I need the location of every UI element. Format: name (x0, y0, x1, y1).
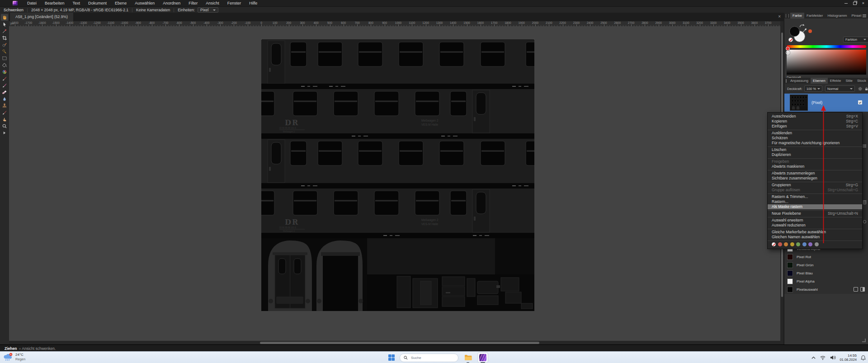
tool-button[interactable] (1, 123, 8, 129)
context-menu-item[interactable]: Einfügen Strg+V (768, 124, 862, 129)
menu-item[interactable]: Filter (184, 0, 202, 6)
panel-tab[interactable]: Pinsel (849, 13, 864, 19)
marker-color-swatch[interactable] (784, 242, 788, 246)
blend-mode-dropdown[interactable]: Normal (825, 85, 854, 92)
hue-slider[interactable] (787, 45, 866, 48)
context-menu-item[interactable]: Schützen (768, 136, 862, 141)
document-tab[interactable]: A58_1.png [Geändert] (52.9%) (10, 13, 73, 21)
menu-item[interactable]: Ebene (111, 0, 131, 6)
panel-tab[interactable]: Histogramm (825, 13, 849, 19)
panel-drag-handle[interactable] (786, 79, 787, 83)
hue-slider-marker[interactable] (786, 47, 790, 51)
search-input[interactable] (410, 355, 450, 360)
context-menu-item[interactable]: Kopieren Strg+C (768, 119, 862, 124)
tool-button[interactable] (1, 14, 8, 21)
menu-item[interactable]: Datei (23, 0, 41, 6)
tab-close-icon[interactable]: × (778, 14, 781, 19)
context-menu-item[interactable]: Gleichen Namen auswählen (768, 235, 862, 240)
foreground-color-swatch[interactable] (789, 26, 800, 37)
layer-row-selected[interactable]: (Pixel) (784, 94, 868, 112)
channel-edit-icon[interactable] (854, 287, 858, 292)
artboard-image[interactable]: DR 00 80 99-68 101-6 Meßwagen 2 Meßwagen… (261, 39, 534, 311)
saturation-marker[interactable] (786, 51, 790, 55)
tool-button[interactable] (1, 55, 8, 61)
marker-color-swatch[interactable] (808, 242, 812, 246)
context-menu-item[interactable]: Abwärts zusammenlegen (768, 170, 862, 176)
wifi-icon[interactable] (820, 355, 826, 360)
context-menu-item[interactable]: Löschen (768, 146, 862, 153)
context-menu-item[interactable]: Duplizieren (768, 152, 862, 157)
saturation-box[interactable] (787, 50, 866, 75)
panel-tab[interactable]: Ebenen (811, 78, 828, 84)
taskbar-clock[interactable]: 14:55 01.08.2024 (840, 354, 857, 362)
context-menu-item[interactable]: Sichtbare zusammenlegen (768, 176, 862, 181)
context-menu-item[interactable]: Gruppieren Strg+G (768, 182, 862, 188)
color-mode-dropdown[interactable]: Farbton (843, 37, 868, 42)
tool-button[interactable] (1, 95, 8, 102)
marker-color-swatch[interactable] (796, 242, 800, 246)
layers-opacity-dropdown[interactable]: 100 % (804, 85, 822, 92)
channel-row[interactable]: Pixel Blau (784, 269, 868, 277)
start-button-icon[interactable] (388, 354, 395, 361)
context-menu-item[interactable]: Rastern & Trimmen... (768, 193, 862, 200)
tool-button[interactable] (1, 28, 8, 34)
trash-icon[interactable] (863, 200, 867, 204)
marker-color-swatch[interactable] (772, 242, 776, 246)
panel-tab[interactable]: Effekte (828, 78, 844, 84)
menu-item[interactable]: Ansicht (202, 0, 223, 6)
context-menu-item[interactable]: Rastern... (768, 199, 862, 204)
menu-item[interactable]: Text (69, 0, 85, 6)
menu-item[interactable]: Hilfe (245, 0, 261, 6)
marker-color-swatch[interactable] (815, 242, 819, 246)
refresh-icon[interactable] (863, 220, 867, 224)
restore-icon[interactable] (853, 2, 857, 5)
menu-item[interactable]: Bearbeiten (41, 0, 69, 6)
channel-row[interactable]: Pixel Grün (784, 261, 868, 269)
units-dropdown[interactable]: Pixel (198, 7, 218, 13)
notification-bell-icon[interactable] (860, 355, 866, 361)
context-menu-item[interactable]: Neue Pixelebene Strg+Umschalt+N (768, 210, 862, 217)
tool-button[interactable] (1, 21, 8, 28)
tool-button[interactable] (1, 75, 8, 82)
context-menu-item[interactable]: Ausblenden (768, 130, 862, 136)
horizontal-scrollbar[interactable] (9, 341, 783, 344)
panel-tab[interactable]: Anpassung (788, 78, 811, 84)
eyedropper-icon[interactable] (802, 28, 807, 33)
tool-button[interactable] (1, 89, 8, 95)
recent-color-dot[interactable] (808, 29, 812, 33)
context-menu-item[interactable]: Abwärts maskieren (768, 164, 862, 169)
context-menu-item[interactable]: Auswahl erweitern (768, 217, 862, 223)
panel-tab[interactable]: Farbe (790, 13, 804, 19)
speaker-icon[interactable] (830, 355, 836, 360)
menu-item[interactable]: Anordnen (159, 0, 184, 6)
tool-button[interactable] (1, 41, 8, 48)
marker-color-swatch[interactable] (778, 242, 782, 246)
panel-tab[interactable]: Stile (843, 78, 855, 84)
tool-button[interactable] (1, 48, 8, 55)
channel-row-selection[interactable]: Pixelauswahl (784, 286, 868, 293)
taskbar-weather-widget[interactable]: 24°C Regen (3, 353, 25, 362)
marker-color-swatch[interactable] (802, 242, 807, 246)
minimize-icon[interactable] (844, 3, 848, 4)
menu-item[interactable]: Dokument (84, 0, 111, 6)
tool-button[interactable] (1, 82, 8, 89)
context-menu-item[interactable]: Ausschneiden Strg+X (768, 114, 862, 119)
gear-icon[interactable] (858, 86, 862, 91)
lock-icon[interactable] (864, 86, 868, 91)
panel-tab[interactable]: Farbfelder (804, 13, 825, 19)
taskbar-search[interactable] (400, 354, 458, 362)
panel-tab[interactable]: Stock (855, 78, 868, 84)
tool-button[interactable] (1, 61, 8, 68)
context-menu-item[interactable]: Gleiche Markerfarbe auswählen (768, 229, 862, 235)
menu-item[interactable]: Fenster (223, 0, 245, 6)
tool-button[interactable] (1, 34, 8, 41)
no-color-swatch[interactable] (788, 38, 793, 42)
panel-menu-icon[interactable] (863, 14, 866, 15)
panel-drag-handle[interactable] (786, 14, 789, 18)
channel-row[interactable]: Pixel Rot (784, 253, 868, 260)
context-menu-item[interactable]: Für magnetische Ausrichtung ignorieren (768, 141, 862, 146)
context-menu-item[interactable]: Freigeben (768, 158, 862, 165)
context-menu-item[interactable]: Auswahl reduzieren (768, 223, 862, 228)
context-menu-item[interactable]: Als Maske rastern (768, 204, 862, 209)
tool-button[interactable] (1, 116, 8, 123)
